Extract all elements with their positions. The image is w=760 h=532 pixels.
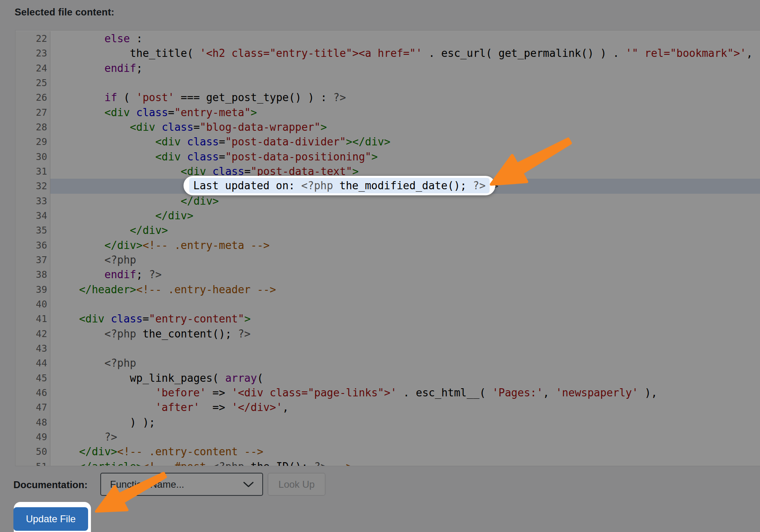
update-file-button[interactable]: Update File bbox=[13, 507, 88, 531]
dim-overlay bbox=[0, 0, 760, 532]
